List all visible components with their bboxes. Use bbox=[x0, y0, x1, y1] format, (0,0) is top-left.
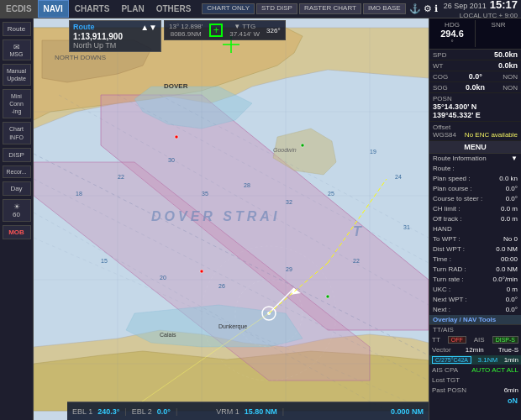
spd-value: 50.0kn bbox=[494, 50, 518, 59]
snr-cell: SNR bbox=[476, 20, 521, 47]
svg-text:32: 32 bbox=[286, 199, 292, 205]
imo-base-btn[interactable]: IMO BASE bbox=[363, 3, 406, 14]
raster-chart-btn[interactable]: RASTER CHART bbox=[299, 3, 361, 14]
cog-row: COG 0.0° NON bbox=[429, 71, 521, 82]
vector-row: Vector 12min True-S bbox=[429, 345, 521, 355]
tt-ais-header: TT/AIS bbox=[429, 325, 521, 335]
ebl1-value: 240.3° bbox=[97, 407, 119, 416]
menu-route-info: Route Information ▼ bbox=[429, 154, 521, 164]
tt-off-btn[interactable]: OFF bbox=[448, 336, 466, 344]
menu-ukc: UKC : 0 m bbox=[429, 285, 521, 295]
svg-text:31: 31 bbox=[403, 224, 410, 230]
sidebar-route-btn[interactable]: Route bbox=[3, 22, 31, 36]
route-mode: North Up TM bbox=[73, 41, 157, 50]
offset-label: Offset bbox=[433, 123, 450, 131]
tab-others[interactable]: OTHERS bbox=[150, 0, 197, 18]
sidebar-mini-conn-btn[interactable]: MiniConn-ing bbox=[3, 89, 31, 118]
svg-text:18: 18 bbox=[76, 191, 82, 197]
wt-value: 0.0kn bbox=[498, 61, 518, 70]
tab-charts[interactable]: CHARTS bbox=[69, 0, 116, 18]
tab-ecdis[interactable]: ECDIS bbox=[0, 0, 38, 18]
sidebar-mob-btn[interactable]: MOB bbox=[3, 225, 31, 239]
menu-next-wpt: Next WPT : 0.0° bbox=[429, 295, 521, 305]
posn-lon: 139°45.332' E bbox=[433, 111, 518, 119]
svg-point-47 bbox=[301, 144, 304, 147]
svg-text:T: T bbox=[353, 224, 365, 239]
cog-status: NON bbox=[503, 73, 518, 81]
ais-disp-btn[interactable]: DISP-S bbox=[492, 336, 518, 344]
svg-text:30: 30 bbox=[168, 157, 175, 163]
left-sidebar: Route ✉ MSG ManualUpdate MiniConn-ing Ch… bbox=[0, 18, 34, 420]
right-panel: HDG 294.6 ° SNR SPD 50.0kn WT 0.0kn COG … bbox=[429, 18, 521, 420]
map-area[interactable]: DOVER NORTH DOWNS DOVER STRAI T 18 22 30… bbox=[34, 18, 429, 420]
posn-lat: 35°14.300' N bbox=[433, 102, 518, 111]
svg-text:Calais: Calais bbox=[160, 332, 176, 338]
wt-row: WT 0.0kn bbox=[429, 60, 521, 71]
chart-svg: DOVER NORTH DOWNS DOVER STRAI T 18 22 30… bbox=[34, 18, 429, 420]
cog-value: 0.0° bbox=[469, 72, 482, 81]
overlay-nav-title: Overlay / NAV Tools bbox=[429, 315, 521, 325]
ais-cpa-row: AIS CPA AUTO ACT ALL bbox=[429, 365, 521, 375]
tt-label: TT bbox=[432, 336, 440, 344]
svg-text:19: 19 bbox=[370, 149, 376, 155]
menu-course-steer: Course to steer : 0.0° bbox=[429, 194, 521, 204]
svg-text:22: 22 bbox=[353, 258, 360, 264]
menu-turn-rad: Turn RAD : 0.0 NM bbox=[429, 265, 521, 275]
svg-text:25: 25 bbox=[328, 191, 334, 197]
vrm2-value: 0.000 NM bbox=[391, 407, 424, 416]
no-enc-label: No ENC available bbox=[465, 131, 518, 139]
sidebar-msg-btn[interactable]: ✉ MSG bbox=[3, 39, 31, 60]
svg-text:20: 20 bbox=[160, 275, 166, 281]
crosshair-btn[interactable]: + bbox=[209, 24, 223, 37]
time-display: 15:17 bbox=[490, 0, 518, 12]
svg-text:DOVER STRAI: DOVER STRAI bbox=[151, 209, 280, 223]
snr-label: SNR bbox=[492, 21, 506, 29]
cog-label: COG bbox=[433, 73, 448, 81]
sog-row: SOG 0.0kn NON bbox=[429, 82, 521, 93]
cpa-row: C/275°C42A 3.1NM 1min bbox=[429, 355, 521, 365]
svg-text:29: 29 bbox=[286, 266, 292, 272]
svg-text:28: 28 bbox=[244, 182, 250, 188]
hdg-label: HDG bbox=[445, 21, 460, 29]
wt-label: WT bbox=[433, 62, 443, 70]
tab-navi[interactable]: NAVI bbox=[38, 0, 69, 18]
menu-plan-speed: Plan speed : 0.0 kn bbox=[429, 174, 521, 184]
sidebar-record-btn[interactable]: Recor... bbox=[3, 165, 31, 178]
sidebar-zoom-btn[interactable]: ☀ 60 bbox=[3, 199, 31, 222]
svg-text:Goodwin: Goodwin bbox=[273, 147, 297, 153]
on-label-row: oN bbox=[429, 396, 521, 407]
route-label: Route bbox=[73, 23, 95, 32]
spd-row: SPD 50.0kn bbox=[429, 50, 521, 60]
svg-text:26: 26 bbox=[218, 283, 225, 289]
cpa-btn[interactable]: C/275°C42A bbox=[432, 356, 471, 364]
sidebar-disp-btn[interactable]: DISP bbox=[3, 148, 31, 162]
sidebar-manual-btn[interactable]: ManualUpdate bbox=[3, 64, 31, 86]
anchor-icon[interactable]: ⚓ bbox=[409, 3, 421, 14]
bottom-status-bar: EBL 1 240.3° | EBL 2 0.0° | VRM 1 15.80 … bbox=[67, 402, 429, 420]
menu-dist-wpt: Dist WPT : 0.0 NM bbox=[429, 244, 521, 255]
hdg-cell: HDG 294.6 ° bbox=[429, 20, 476, 47]
sidebar-day-btn[interactable]: Day bbox=[3, 181, 31, 196]
route-arrows[interactable]: ▲▼ bbox=[140, 23, 157, 32]
sog-status: NON bbox=[503, 84, 518, 92]
sidebar-chart-info-btn[interactable]: ChartINFO bbox=[3, 122, 31, 144]
vrm1-label: VRM 1 bbox=[216, 407, 239, 416]
date-display: 26 Sep 2011 bbox=[444, 2, 487, 11]
utc-display: LOCAL UTC + 9:00 bbox=[460, 12, 518, 20]
lost-tgt-row: Lost TGT bbox=[429, 375, 521, 386]
svg-point-48 bbox=[200, 270, 203, 273]
menu-plan-course: Plan course : 0.0° bbox=[429, 184, 521, 194]
menu-route: Route : bbox=[429, 164, 521, 174]
chart-only-btn[interactable]: CHART ONLY bbox=[202, 3, 255, 14]
vrm1-value: 15.80 NM bbox=[245, 407, 277, 416]
info-icon[interactable]: ℹ bbox=[434, 3, 438, 14]
settings-icon[interactable]: ⚙ bbox=[424, 3, 432, 14]
sog-label: SOG bbox=[433, 84, 448, 92]
svg-text:24: 24 bbox=[395, 174, 402, 180]
top-nav-bar: ECDIS NAVI CHARTS PLAN OTHERS CHART ONLY… bbox=[0, 0, 521, 18]
menu-ch-limit: CH limit : 0.0 m bbox=[429, 204, 521, 214]
tab-plan[interactable]: PLAN bbox=[115, 0, 150, 18]
offset-display: Offset WGS84 No ENC available bbox=[429, 122, 521, 141]
std-disp-btn[interactable]: STD DISP bbox=[256, 3, 297, 14]
route-info-box: Route ▲▼ 1:13,911,900 North Up TM bbox=[69, 20, 161, 52]
